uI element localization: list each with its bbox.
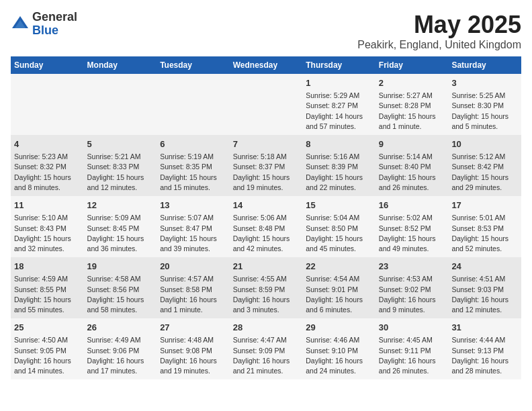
calendar-cell: 24Sunrise: 4:51 AMSunset: 9:03 PMDayligh… [448, 257, 521, 318]
day-info: Sunrise: 4:50 AMSunset: 9:05 PMDaylight:… [14, 335, 81, 376]
header-monday: Monday [84, 56, 157, 74]
day-number: 2 [379, 77, 445, 89]
calendar-week-1: 1Sunrise: 5:29 AMSunset: 8:27 PMDaylight… [11, 74, 521, 135]
day-info: Sunrise: 4:51 AMSunset: 9:03 PMDaylight:… [451, 274, 518, 315]
logo-text: General Blue [32, 11, 77, 38]
day-info: Sunrise: 4:53 AMSunset: 9:02 PMDaylight:… [379, 274, 445, 315]
day-info: Sunrise: 5:02 AMSunset: 8:52 PMDaylight:… [379, 213, 445, 254]
day-number: 10 [451, 138, 518, 150]
day-number: 1 [306, 77, 372, 89]
day-number: 23 [379, 261, 445, 273]
header-friday: Friday [375, 56, 449, 74]
calendar-cell: 5Sunrise: 5:21 AMSunset: 8:33 PMDaylight… [84, 135, 157, 196]
day-number: 29 [306, 322, 372, 334]
day-number: 5 [87, 138, 154, 150]
calendar-cell: 1Sunrise: 5:29 AMSunset: 8:27 PMDaylight… [302, 74, 375, 135]
calendar-cell: 22Sunrise: 4:54 AMSunset: 9:01 PMDayligh… [302, 257, 375, 318]
day-info: Sunrise: 5:06 AMSunset: 8:48 PMDaylight:… [233, 213, 300, 254]
day-info: Sunrise: 4:48 AMSunset: 9:08 PMDaylight:… [160, 335, 226, 376]
day-number: 20 [160, 261, 226, 273]
day-info: Sunrise: 4:54 AMSunset: 9:01 PMDaylight:… [306, 274, 372, 315]
day-info: Sunrise: 5:07 AMSunset: 8:47 PMDaylight:… [160, 213, 226, 254]
day-number: 6 [160, 138, 226, 150]
subtitle: Peakirk, England, United Kingdom [357, 39, 521, 51]
calendar-cell: 8Sunrise: 5:16 AMSunset: 8:39 PMDaylight… [302, 135, 375, 196]
day-info: Sunrise: 5:16 AMSunset: 8:39 PMDaylight:… [306, 152, 372, 193]
calendar-cell: 21Sunrise: 4:55 AMSunset: 8:59 PMDayligh… [230, 257, 303, 318]
calendar-cell [84, 74, 157, 135]
calendar-cell [157, 74, 230, 135]
calendar-cell: 20Sunrise: 4:57 AMSunset: 8:58 PMDayligh… [157, 257, 230, 318]
calendar-week-4: 18Sunrise: 4:59 AMSunset: 8:55 PMDayligh… [11, 257, 521, 318]
calendar-cell: 29Sunrise: 4:46 AMSunset: 9:10 PMDayligh… [302, 318, 375, 379]
calendar-cell: 15Sunrise: 5:04 AMSunset: 8:50 PMDayligh… [302, 196, 375, 257]
day-number: 13 [160, 199, 226, 212]
calendar-cell [11, 74, 84, 135]
calendar-table: Sunday Monday Tuesday Wednesday Thursday… [11, 56, 521, 379]
calendar-cell: 13Sunrise: 5:07 AMSunset: 8:47 PMDayligh… [157, 196, 230, 257]
day-number: 24 [451, 261, 518, 273]
calendar-cell: 12Sunrise: 5:09 AMSunset: 8:45 PMDayligh… [84, 196, 157, 257]
day-number: 28 [233, 322, 300, 334]
day-number: 9 [379, 138, 445, 150]
day-info: Sunrise: 4:45 AMSunset: 9:11 PMDaylight:… [379, 335, 445, 376]
day-number: 31 [451, 322, 518, 334]
day-number: 8 [306, 138, 372, 150]
logo-blue: Blue [32, 24, 77, 38]
day-info: Sunrise: 5:12 AMSunset: 8:42 PMDaylight:… [451, 152, 518, 193]
logo-icon [11, 15, 30, 34]
calendar-cell: 26Sunrise: 4:49 AMSunset: 9:06 PMDayligh… [84, 318, 157, 379]
calendar-cell: 2Sunrise: 5:27 AMSunset: 8:28 PMDaylight… [375, 74, 449, 135]
day-info: Sunrise: 5:14 AMSunset: 8:40 PMDaylight:… [379, 152, 445, 193]
day-number: 12 [87, 199, 154, 212]
day-info: Sunrise: 4:55 AMSunset: 8:59 PMDaylight:… [233, 274, 300, 315]
calendar-cell [230, 74, 303, 135]
calendar-cell: 25Sunrise: 4:50 AMSunset: 9:05 PMDayligh… [11, 318, 84, 379]
day-number: 4 [14, 138, 81, 150]
day-number: 18 [14, 261, 81, 273]
header-saturday: Saturday [448, 56, 521, 74]
day-number: 25 [14, 322, 81, 334]
calendar-week-3: 11Sunrise: 5:10 AMSunset: 8:43 PMDayligh… [11, 196, 521, 257]
calendar-week-2: 4Sunrise: 5:23 AMSunset: 8:32 PMDaylight… [11, 135, 521, 196]
header-sunday: Sunday [11, 56, 84, 74]
day-info: Sunrise: 5:27 AMSunset: 8:28 PMDaylight:… [379, 91, 445, 132]
day-info: Sunrise: 5:04 AMSunset: 8:50 PMDaylight:… [306, 213, 372, 254]
page-header: General Blue May 2025 Peakirk, England, … [11, 11, 521, 51]
day-number: 14 [233, 199, 300, 212]
day-number: 21 [233, 261, 300, 273]
day-number: 27 [160, 322, 226, 334]
day-number: 11 [14, 199, 81, 212]
day-number: 17 [451, 199, 518, 212]
calendar-cell: 3Sunrise: 5:25 AMSunset: 8:30 PMDaylight… [448, 74, 521, 135]
day-info: Sunrise: 4:58 AMSunset: 8:56 PMDaylight:… [87, 274, 154, 315]
day-number: 15 [306, 199, 372, 212]
day-info: Sunrise: 5:01 AMSunset: 8:53 PMDaylight:… [451, 213, 518, 254]
calendar-cell: 11Sunrise: 5:10 AMSunset: 8:43 PMDayligh… [11, 196, 84, 257]
day-info: Sunrise: 5:09 AMSunset: 8:45 PMDaylight:… [87, 213, 154, 254]
calendar-header: Sunday Monday Tuesday Wednesday Thursday… [11, 56, 521, 74]
calendar-cell: 23Sunrise: 4:53 AMSunset: 9:02 PMDayligh… [375, 257, 449, 318]
day-number: 3 [451, 77, 518, 89]
day-number: 26 [87, 322, 154, 334]
logo-general: General [32, 11, 77, 24]
calendar-cell: 7Sunrise: 5:18 AMSunset: 8:37 PMDaylight… [230, 135, 303, 196]
logo: General Blue [11, 11, 77, 38]
day-info: Sunrise: 5:10 AMSunset: 8:43 PMDaylight:… [14, 213, 81, 254]
header-thursday: Thursday [302, 56, 375, 74]
day-number: 16 [379, 199, 445, 212]
title-section: May 2025 Peakirk, England, United Kingdo… [357, 11, 521, 51]
calendar-cell: 16Sunrise: 5:02 AMSunset: 8:52 PMDayligh… [375, 196, 449, 257]
calendar-cell: 4Sunrise: 5:23 AMSunset: 8:32 PMDaylight… [11, 135, 84, 196]
calendar-cell: 9Sunrise: 5:14 AMSunset: 8:40 PMDaylight… [375, 135, 449, 196]
calendar-cell: 14Sunrise: 5:06 AMSunset: 8:48 PMDayligh… [230, 196, 303, 257]
day-info: Sunrise: 5:18 AMSunset: 8:37 PMDaylight:… [233, 152, 300, 193]
calendar-cell: 19Sunrise: 4:58 AMSunset: 8:56 PMDayligh… [84, 257, 157, 318]
day-info: Sunrise: 4:44 AMSunset: 9:13 PMDaylight:… [451, 335, 518, 376]
main-title: May 2025 [357, 11, 521, 39]
day-number: 30 [379, 322, 445, 334]
day-info: Sunrise: 4:47 AMSunset: 9:09 PMDaylight:… [233, 335, 300, 376]
calendar-week-5: 25Sunrise: 4:50 AMSunset: 9:05 PMDayligh… [11, 318, 521, 379]
day-info: Sunrise: 5:23 AMSunset: 8:32 PMDaylight:… [14, 152, 81, 193]
day-info: Sunrise: 4:57 AMSunset: 8:58 PMDaylight:… [160, 274, 226, 315]
